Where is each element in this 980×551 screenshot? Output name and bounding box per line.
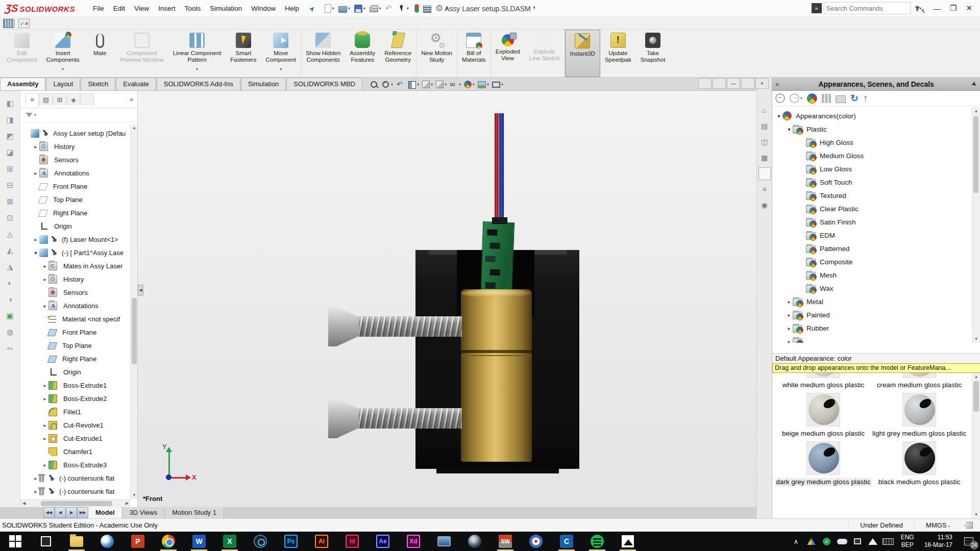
tree-item[interactable]: Cut-Extrude1 bbox=[20, 432, 131, 445]
scroll-down-icon[interactable]: ▼ bbox=[972, 335, 980, 343]
taskbar-app-button[interactable]: X bbox=[214, 532, 245, 551]
menu-item[interactable]: File bbox=[88, 2, 109, 15]
featuremanager-tree-tab-icon[interactable]: ≡ bbox=[26, 93, 39, 106]
ribbon-button[interactable]: Edit Component bbox=[2, 30, 41, 77]
tree-item[interactable]: (-) countersunk flat bbox=[20, 471, 131, 485]
appearance-tool-icon[interactable]: ◍ bbox=[4, 327, 17, 339]
ribbon-button[interactable]: Exploded View bbox=[491, 30, 525, 77]
tree-expander-icon[interactable] bbox=[786, 339, 793, 343]
dimxpertmanager-tab-icon[interactable]: ◈ bbox=[67, 93, 80, 106]
tree-expander-icon[interactable] bbox=[32, 144, 39, 149]
tree-item[interactable]: Annotations bbox=[20, 299, 131, 312]
taskbar-app-button[interactable]: P bbox=[122, 532, 153, 551]
model-view-tab[interactable]: 3D Views bbox=[122, 507, 165, 518]
scroll-left-icon[interactable]: ◀ bbox=[20, 500, 28, 507]
hud-button[interactable] bbox=[449, 80, 461, 90]
pane-toolbar-button[interactable] bbox=[863, 93, 868, 104]
scroll-up-icon[interactable]: ▲ bbox=[131, 124, 138, 132]
menu-item[interactable]: Window bbox=[247, 2, 280, 15]
delete-tool-icon[interactable]: ⊠ bbox=[4, 196, 17, 208]
triangle-tool-icon[interactable]: ◬ bbox=[4, 229, 17, 241]
displaymanager-tab-icon[interactable] bbox=[81, 93, 94, 106]
tree-item[interactable]: Sensors bbox=[20, 286, 131, 299]
menu-item[interactable]: Simulation bbox=[205, 2, 247, 15]
tree-item[interactable]: Top Plane bbox=[20, 193, 131, 206]
tree-expander-icon[interactable] bbox=[786, 312, 793, 318]
pane-toolbar-button[interactable] bbox=[822, 94, 831, 103]
pane-vertical-scrollbar[interactable]: ▲ ▼ bbox=[972, 107, 980, 343]
appearance-swatch[interactable]: dark grey medium gloss plastic bbox=[775, 441, 871, 486]
quick-access-button[interactable]: ⚙ bbox=[434, 2, 449, 15]
tree-item[interactable]: Chamfer1 bbox=[20, 445, 131, 458]
configurationmanager-tab-icon[interactable]: ⊞ bbox=[53, 93, 66, 106]
swatch-sphere-thumbnail[interactable] bbox=[806, 441, 840, 475]
panel-expand-icon[interactable]: » bbox=[130, 96, 133, 103]
tree-item[interactable]: (-) [ Part1^Assy Lase bbox=[20, 246, 131, 259]
tray-item[interactable] bbox=[880, 532, 896, 551]
appearance-tree-item[interactable]: Painted bbox=[772, 308, 971, 321]
appearance-swatch[interactable]: white medium gloss plastic bbox=[775, 373, 871, 389]
taskbar-app-button[interactable]: Ps bbox=[276, 532, 306, 551]
brass-laser-module[interactable] bbox=[461, 289, 532, 462]
hud-button[interactable] bbox=[395, 80, 405, 90]
hud-button[interactable] bbox=[435, 80, 447, 89]
swatch-sphere-thumbnail[interactable] bbox=[806, 393, 840, 427]
tray-item[interactable] bbox=[804, 532, 819, 551]
ribbon-button[interactable]: New Motion Study bbox=[416, 30, 457, 77]
hud-button[interactable] bbox=[381, 80, 394, 90]
hud-button[interactable] bbox=[421, 80, 433, 89]
tree-horizontal-scrollbar[interactable]: ◀ ▶ bbox=[20, 499, 131, 507]
tree-expander-icon[interactable] bbox=[41, 462, 48, 468]
tree-expander-icon[interactable] bbox=[786, 299, 793, 305]
appearance-tree-item[interactable]: Soft Touch bbox=[772, 176, 971, 189]
search-icon[interactable] bbox=[916, 6, 918, 11]
taskbar-app-button[interactable] bbox=[92, 532, 122, 551]
taskbar-app-button[interactable] bbox=[582, 532, 612, 551]
quick-access-button[interactable] bbox=[337, 2, 352, 15]
tree-expander-icon[interactable] bbox=[41, 383, 48, 388]
help-button[interactable]: ? ▾ bbox=[911, 3, 928, 14]
solidworks-resources-tab-icon[interactable]: ⌂ bbox=[758, 104, 771, 117]
tree-expander-icon[interactable] bbox=[32, 250, 39, 256]
taskbar-app-button[interactable] bbox=[612, 532, 643, 551]
tree-item[interactable]: History bbox=[20, 140, 131, 153]
ribbon-button[interactable]: Explode Line Sketch bbox=[525, 30, 565, 77]
taskbar-app-button[interactable] bbox=[245, 532, 276, 551]
tree-item[interactable]: (-) countersunk flat bbox=[20, 485, 131, 498]
ribbon-button[interactable]: Assembly Features bbox=[345, 30, 380, 77]
appearances-scenes-tab-icon[interactable] bbox=[758, 167, 771, 180]
swatch-sphere-thumbnail[interactable] bbox=[902, 393, 936, 427]
commandmanager-tab[interactable]: SOLIDWORKS Add-Ins bbox=[157, 78, 240, 90]
swatch-vertical-scrollbar[interactable]: ▲ ▼ bbox=[972, 373, 980, 518]
quick-access-button[interactable] bbox=[397, 2, 410, 15]
pane-toolbar-button[interactable] bbox=[790, 93, 802, 103]
prev-tab-icon[interactable]: ◀ bbox=[55, 507, 66, 518]
menu-item[interactable]: Insert bbox=[154, 2, 180, 15]
ribbon-button[interactable]: Update Speedpak bbox=[600, 30, 636, 77]
tree-item[interactable]: Boss-Extrude2 bbox=[20, 392, 131, 405]
model-view-tab[interactable]: Motion Study 1 bbox=[165, 507, 224, 518]
tree-filter[interactable]: ▾ bbox=[20, 108, 137, 122]
swatch-sphere-thumbnail[interactable] bbox=[806, 373, 840, 378]
ribbon-button[interactable]: Component Preview Window bbox=[116, 30, 168, 77]
tree-item[interactable]: Annotations bbox=[20, 166, 131, 180]
appearance-tree-item[interactable]: Mesh bbox=[772, 268, 971, 282]
scrollbar-thumb[interactable] bbox=[132, 298, 137, 364]
design-library-tab-icon[interactable]: ▤ bbox=[758, 120, 771, 133]
swatch-sphere-thumbnail[interactable] bbox=[902, 441, 936, 475]
taskbar-app-button[interactable]: W bbox=[184, 532, 214, 551]
menu-item[interactable]: Tools bbox=[180, 2, 206, 15]
menu-item[interactable]: Edit bbox=[109, 2, 130, 15]
mate-tool-icon[interactable]: ◧ bbox=[4, 98, 17, 110]
tab-scroll-buttons[interactable]: ◀◀◀▶▶▶ bbox=[43, 507, 88, 518]
minimize-button[interactable]: — bbox=[928, 3, 945, 14]
quick-access-button[interactable] bbox=[323, 2, 336, 15]
menu-item[interactable]: View bbox=[130, 2, 154, 15]
next-tab-icon[interactable]: ▶ bbox=[66, 507, 77, 518]
close-button[interactable]: ✕ bbox=[961, 3, 977, 14]
component-tool-icon[interactable]: ◨ bbox=[4, 114, 17, 127]
ribbon-button[interactable]: Show Hidden Components bbox=[301, 30, 345, 77]
appearance-tree-item[interactable]: Patterned bbox=[772, 242, 971, 255]
commandmanager-tab[interactable]: Sketch bbox=[81, 78, 115, 90]
scroll-right-icon[interactable]: ▶ bbox=[124, 500, 131, 507]
